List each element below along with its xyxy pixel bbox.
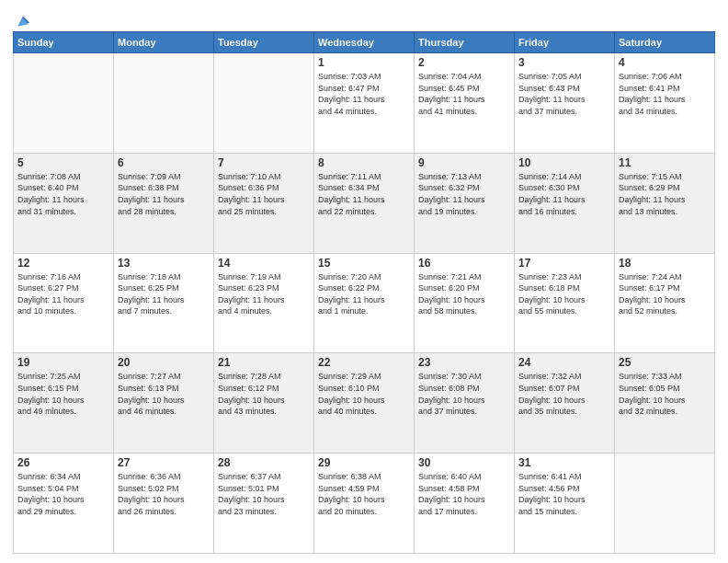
calendar-cell: 18Sunrise: 7:24 AM Sunset: 6:17 PM Dayli… xyxy=(615,253,715,353)
day-info: Sunrise: 7:06 AM Sunset: 6:41 PM Dayligh… xyxy=(619,71,711,117)
day-number: 9 xyxy=(418,156,510,169)
day-number: 5 xyxy=(17,156,109,169)
day-number: 30 xyxy=(418,456,510,469)
weekday-header-saturday: Saturday xyxy=(615,32,715,53)
calendar-cell: 27Sunrise: 6:36 AM Sunset: 5:02 PM Dayli… xyxy=(114,454,214,554)
calendar-cell xyxy=(615,454,715,554)
calendar-cell xyxy=(114,53,214,154)
day-info: Sunrise: 7:33 AM Sunset: 6:05 PM Dayligh… xyxy=(619,371,711,417)
day-number: 4 xyxy=(619,56,711,69)
day-info: Sunrise: 7:23 AM Sunset: 6:18 PM Dayligh… xyxy=(518,271,610,317)
day-number: 22 xyxy=(318,356,410,369)
day-number: 19 xyxy=(17,356,109,369)
weekday-header-sunday: Sunday xyxy=(14,32,114,53)
day-info: Sunrise: 7:10 AM Sunset: 6:36 PM Dayligh… xyxy=(218,171,310,217)
calendar-cell: 30Sunrise: 6:40 AM Sunset: 4:58 PM Dayli… xyxy=(415,454,515,554)
calendar-cell xyxy=(214,53,314,154)
day-info: Sunrise: 6:40 AM Sunset: 4:58 PM Dayligh… xyxy=(418,471,510,517)
calendar-cell: 28Sunrise: 6:37 AM Sunset: 5:01 PM Dayli… xyxy=(214,454,314,554)
calendar-cell: 26Sunrise: 6:34 AM Sunset: 5:04 PM Dayli… xyxy=(14,454,114,554)
calendar-week-row: 19Sunrise: 7:25 AM Sunset: 6:15 PM Dayli… xyxy=(14,353,715,454)
calendar-cell: 16Sunrise: 7:21 AM Sunset: 6:20 PM Dayli… xyxy=(415,253,515,353)
weekday-header-row: SundayMondayTuesdayWednesdayThursdayFrid… xyxy=(14,32,715,53)
day-info: Sunrise: 6:37 AM Sunset: 5:01 PM Dayligh… xyxy=(218,471,310,517)
calendar-cell: 4Sunrise: 7:06 AM Sunset: 6:41 PM Daylig… xyxy=(615,53,715,154)
weekday-header-friday: Friday xyxy=(515,32,615,53)
logo-icon xyxy=(15,13,31,29)
calendar-cell: 7Sunrise: 7:10 AM Sunset: 6:36 PM Daylig… xyxy=(214,153,314,253)
calendar-table: SundayMondayTuesdayWednesdayThursdayFrid… xyxy=(13,31,715,554)
day-number: 10 xyxy=(518,156,610,169)
calendar-cell: 21Sunrise: 7:28 AM Sunset: 6:12 PM Dayli… xyxy=(214,353,314,454)
day-number: 25 xyxy=(619,356,711,369)
calendar-cell: 29Sunrise: 6:38 AM Sunset: 4:59 PM Dayli… xyxy=(314,454,415,554)
calendar-cell: 22Sunrise: 7:29 AM Sunset: 6:10 PM Dayli… xyxy=(314,353,415,454)
day-number: 26 xyxy=(17,456,109,469)
calendar-cell: 13Sunrise: 7:18 AM Sunset: 6:25 PM Dayli… xyxy=(114,253,214,353)
day-number: 3 xyxy=(518,56,610,69)
day-info: Sunrise: 7:08 AM Sunset: 6:40 PM Dayligh… xyxy=(17,171,109,217)
calendar-cell: 15Sunrise: 7:20 AM Sunset: 6:22 PM Dayli… xyxy=(314,253,415,353)
day-info: Sunrise: 7:20 AM Sunset: 6:22 PM Dayligh… xyxy=(318,271,410,317)
day-number: 24 xyxy=(518,356,610,369)
day-number: 11 xyxy=(619,156,711,169)
day-info: Sunrise: 7:09 AM Sunset: 6:38 PM Dayligh… xyxy=(118,171,210,217)
day-info: Sunrise: 7:29 AM Sunset: 6:10 PM Dayligh… xyxy=(318,371,410,417)
day-number: 28 xyxy=(218,456,310,469)
day-number: 31 xyxy=(518,456,610,469)
calendar-cell: 11Sunrise: 7:15 AM Sunset: 6:29 PM Dayli… xyxy=(615,153,715,253)
calendar-cell: 2Sunrise: 7:04 AM Sunset: 6:45 PM Daylig… xyxy=(415,53,515,154)
day-number: 7 xyxy=(218,156,310,169)
day-number: 16 xyxy=(418,257,510,270)
day-info: Sunrise: 7:13 AM Sunset: 6:32 PM Dayligh… xyxy=(418,171,510,217)
calendar-cell: 14Sunrise: 7:19 AM Sunset: 6:23 PM Dayli… xyxy=(214,253,314,353)
day-info: Sunrise: 7:03 AM Sunset: 6:47 PM Dayligh… xyxy=(318,71,410,117)
day-info: Sunrise: 7:14 AM Sunset: 6:30 PM Dayligh… xyxy=(518,171,610,217)
day-info: Sunrise: 7:25 AM Sunset: 6:15 PM Dayligh… xyxy=(17,371,109,417)
day-info: Sunrise: 6:41 AM Sunset: 4:56 PM Dayligh… xyxy=(518,471,610,517)
day-info: Sunrise: 7:05 AM Sunset: 6:43 PM Dayligh… xyxy=(518,71,610,117)
calendar-cell: 20Sunrise: 7:27 AM Sunset: 6:13 PM Dayli… xyxy=(114,353,214,454)
calendar-cell: 12Sunrise: 7:16 AM Sunset: 6:27 PM Dayli… xyxy=(14,253,114,353)
day-info: Sunrise: 7:32 AM Sunset: 6:07 PM Dayligh… xyxy=(518,371,610,417)
calendar-cell: 23Sunrise: 7:30 AM Sunset: 6:08 PM Dayli… xyxy=(415,353,515,454)
calendar-week-row: 26Sunrise: 6:34 AM Sunset: 5:04 PM Dayli… xyxy=(14,454,715,554)
calendar-cell xyxy=(14,53,114,154)
day-number: 1 xyxy=(318,56,410,69)
calendar-cell: 3Sunrise: 7:05 AM Sunset: 6:43 PM Daylig… xyxy=(515,53,615,154)
day-number: 6 xyxy=(118,156,210,169)
calendar-cell: 10Sunrise: 7:14 AM Sunset: 6:30 PM Dayli… xyxy=(515,153,615,253)
day-info: Sunrise: 7:18 AM Sunset: 6:25 PM Dayligh… xyxy=(118,271,210,317)
day-number: 23 xyxy=(418,356,510,369)
day-info: Sunrise: 6:36 AM Sunset: 5:02 PM Dayligh… xyxy=(118,471,210,517)
weekday-header-wednesday: Wednesday xyxy=(314,32,415,53)
day-info: Sunrise: 7:16 AM Sunset: 6:27 PM Dayligh… xyxy=(17,271,109,317)
day-number: 8 xyxy=(318,156,410,169)
day-info: Sunrise: 7:11 AM Sunset: 6:34 PM Dayligh… xyxy=(318,171,410,217)
weekday-header-monday: Monday xyxy=(114,32,214,53)
calendar-week-row: 12Sunrise: 7:16 AM Sunset: 6:27 PM Dayli… xyxy=(14,253,715,353)
day-number: 21 xyxy=(218,356,310,369)
calendar-week-row: 1Sunrise: 7:03 AM Sunset: 6:47 PM Daylig… xyxy=(14,53,715,154)
day-info: Sunrise: 7:24 AM Sunset: 6:17 PM Dayligh… xyxy=(619,271,711,317)
day-number: 15 xyxy=(318,257,410,270)
day-info: Sunrise: 7:30 AM Sunset: 6:08 PM Dayligh… xyxy=(418,371,510,417)
calendar-cell: 1Sunrise: 7:03 AM Sunset: 6:47 PM Daylig… xyxy=(314,53,415,154)
day-number: 29 xyxy=(318,456,410,469)
day-info: Sunrise: 7:04 AM Sunset: 6:45 PM Dayligh… xyxy=(418,71,510,117)
day-info: Sunrise: 7:15 AM Sunset: 6:29 PM Dayligh… xyxy=(619,171,711,217)
logo xyxy=(13,13,31,26)
calendar-cell: 8Sunrise: 7:11 AM Sunset: 6:34 PM Daylig… xyxy=(314,153,415,253)
weekday-header-thursday: Thursday xyxy=(415,32,515,53)
day-number: 13 xyxy=(118,257,210,270)
day-number: 17 xyxy=(518,257,610,270)
calendar-cell: 9Sunrise: 7:13 AM Sunset: 6:32 PM Daylig… xyxy=(415,153,515,253)
day-number: 20 xyxy=(118,356,210,369)
day-info: Sunrise: 6:34 AM Sunset: 5:04 PM Dayligh… xyxy=(17,471,109,517)
day-info: Sunrise: 6:38 AM Sunset: 4:59 PM Dayligh… xyxy=(318,471,410,517)
calendar-cell: 24Sunrise: 7:32 AM Sunset: 6:07 PM Dayli… xyxy=(515,353,615,454)
day-info: Sunrise: 7:19 AM Sunset: 6:23 PM Dayligh… xyxy=(218,271,310,317)
calendar-cell: 19Sunrise: 7:25 AM Sunset: 6:15 PM Dayli… xyxy=(14,353,114,454)
calendar-cell: 5Sunrise: 7:08 AM Sunset: 6:40 PM Daylig… xyxy=(14,153,114,253)
day-number: 18 xyxy=(619,257,711,270)
